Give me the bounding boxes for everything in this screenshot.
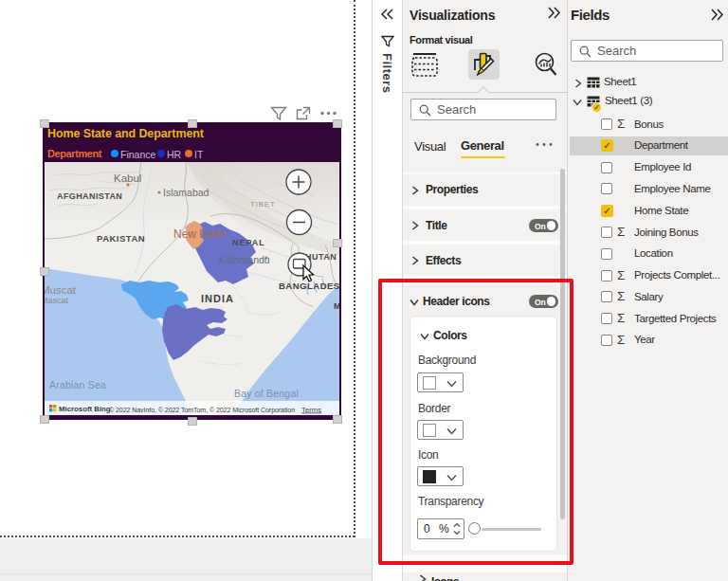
- svg-text:Microsoft Bing: Microsoft Bing: [59, 405, 111, 413]
- svg-text:Terms: Terms: [301, 406, 321, 414]
- svg-text:M: M: [334, 301, 339, 311]
- svg-text:PAKISTAN: PAKISTAN: [97, 233, 145, 244]
- svg-text:Mascat: Mascat: [45, 296, 69, 305]
- svg-text:NEPAL: NEPAL: [232, 238, 265, 247]
- svg-text:Kathmandu: Kathmandu: [219, 254, 270, 265]
- svg-text:© 2022 NavInfo, © 2022 TomTom,: © 2022 NavInfo, © 2022 TomTom, © 2022 Mi…: [109, 407, 295, 414]
- svg-text:Islamabad: Islamabad: [163, 187, 209, 198]
- svg-text:Arabian Sea: Arabian Sea: [49, 379, 106, 390]
- svg-text:INDIA: INDIA: [201, 293, 234, 304]
- svg-text:AFGHANISTAN: AFGHANISTAN: [57, 191, 122, 201]
- svg-text:Bay of Bengal: Bay of Bengal: [234, 388, 299, 399]
- svg-text:New Delhi: New Delhi: [173, 227, 226, 241]
- svg-text:Muscat: Muscat: [45, 284, 77, 296]
- svg-text:TIBET: TIBET: [250, 200, 276, 209]
- svg-text:Kabul: Kabul: [114, 172, 141, 184]
